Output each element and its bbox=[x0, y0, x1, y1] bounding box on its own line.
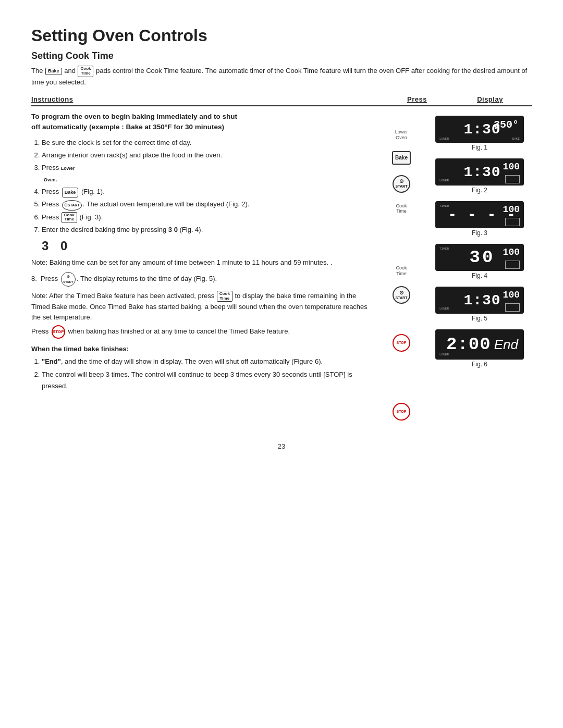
display-screen-4: 30 100 TIMER bbox=[435, 244, 524, 271]
start-btn-step8: ⊙START bbox=[61, 272, 76, 287]
bold-heading: To program the oven to begin baking imme… bbox=[31, 112, 370, 133]
temp-1: 350° bbox=[494, 119, 519, 131]
note-2: Note: After the Timed Bake feature has b… bbox=[31, 291, 370, 323]
time-6: 2:00 bbox=[446, 335, 491, 354]
press-stop-btn[interactable]: STOP bbox=[393, 334, 410, 352]
label-lower: LOWER bbox=[439, 137, 449, 141]
list-item: Arrange interior oven rack(s) and place … bbox=[42, 150, 370, 161]
time-4: 30 bbox=[470, 248, 495, 267]
table-header: Instructions Press Display bbox=[31, 95, 532, 106]
stop-button[interactable]: STOP bbox=[393, 334, 410, 352]
press-lower-oven: LowerOven bbox=[395, 129, 408, 141]
end-label: End bbox=[494, 337, 518, 353]
step-8: 8. Press ⊙START. The display returns to … bbox=[31, 272, 370, 287]
cook-time-inline: Cook Time bbox=[62, 212, 77, 224]
start-btn-inline: ⊙START bbox=[62, 200, 82, 211]
timer-label-4: TIMER bbox=[439, 247, 449, 251]
instructions-col: To program the oven to begin baking imme… bbox=[31, 112, 375, 393]
fig-label-2: Fig. 2 bbox=[472, 187, 487, 194]
display-fig3: - - - - 100 TIMER Fig. 3 bbox=[435, 201, 524, 241]
cancel-text: Press STOP when baking has finished or a… bbox=[31, 325, 370, 339]
time-2: 1:30 bbox=[463, 164, 500, 180]
bold-30-display: 3 0 bbox=[42, 239, 370, 253]
when-finishes-list: "End", and the time of day will show in … bbox=[31, 356, 370, 391]
intro-and: and bbox=[64, 67, 77, 75]
cook-time-press-label-2: CookTime bbox=[396, 265, 407, 277]
bake-button[interactable]: Bake bbox=[392, 151, 411, 165]
display-fig4: 30 100 TIMER Fig. 4 bbox=[435, 244, 524, 283]
fig-label-6: Fig. 6 bbox=[472, 361, 487, 368]
display-col: 1:30 350° LOWER BAKE Fig. 1 1:30 bbox=[427, 112, 532, 375]
label-lower-5: LOWER bbox=[439, 307, 449, 311]
intro-paragraph: The Bake and Cook Time pads control the … bbox=[31, 66, 532, 87]
start-button-2[interactable]: ⊙ START bbox=[393, 286, 410, 304]
start-button[interactable]: ⊙ START bbox=[393, 175, 410, 193]
instructions-header: Instructions bbox=[31, 95, 386, 103]
list-item: Be sure the clock is set for the correct… bbox=[42, 137, 370, 149]
when-finishes-section: When the timed bake finishes: "End", and… bbox=[31, 345, 370, 391]
list-item: Press Bake (Fig. 1). bbox=[42, 186, 370, 198]
fig-label-4: Fig. 4 bbox=[472, 272, 487, 279]
intro-the: The bbox=[31, 67, 43, 75]
display-fig6: 2:00 End LOWER Fig. 6 bbox=[435, 329, 524, 372]
display-screen-6: 2:00 End LOWER bbox=[435, 329, 524, 360]
press-start-btn-2[interactable]: ⊙ START bbox=[393, 286, 410, 304]
label-bake: BAKE bbox=[512, 137, 520, 141]
section-title: Setting Cook Time bbox=[31, 51, 532, 61]
page-number: 23 bbox=[31, 442, 532, 450]
list-item: Press Cook Time (Fig. 3). bbox=[42, 212, 370, 223]
note-1: Note: Baking time can be set for any amo… bbox=[31, 257, 370, 268]
temp-3: 100 bbox=[503, 204, 520, 215]
display-fig1: 1:30 350° LOWER BAKE Fig. 1 bbox=[435, 116, 524, 155]
fig-label-1: Fig. 1 bbox=[472, 144, 487, 151]
content-area: Instructions Press Display To program th… bbox=[31, 95, 532, 422]
bake-btn-inline: Bake bbox=[62, 188, 79, 198]
press-cook-time-2: CookTime bbox=[396, 265, 407, 277]
main-layout: Instructions Press Display To program th… bbox=[31, 95, 532, 422]
time-5: 1:30 bbox=[463, 292, 500, 309]
temp-4: 100 bbox=[503, 247, 520, 257]
cook-time-note: Cook Time bbox=[217, 291, 232, 302]
lower-oven-label: LowerOven bbox=[395, 129, 408, 141]
page-title: Setting Oven Controls bbox=[31, 26, 532, 45]
press-col: LowerOven Bake ⊙ START CookTime bbox=[375, 112, 427, 422]
cook-time-press-label: CookTime bbox=[396, 203, 407, 215]
display-screen-1: 1:30 350° LOWER BAKE bbox=[435, 116, 524, 143]
list-item: The control will beep 3 times. The contr… bbox=[42, 369, 370, 392]
fig-label-5: Fig. 5 bbox=[472, 315, 487, 322]
timer-label-3: TIMER bbox=[439, 204, 449, 208]
list-item: Press LowerOven. bbox=[42, 162, 370, 185]
fig-label-3: Fig. 3 bbox=[472, 229, 487, 237]
display-header: Display bbox=[448, 95, 532, 103]
stop-button-2[interactable]: STOP bbox=[393, 403, 410, 421]
list-item: "End", and the time of day will show in … bbox=[42, 356, 370, 367]
stop-btn-inline: STOP bbox=[52, 325, 65, 339]
temp-2: 100 bbox=[503, 162, 520, 172]
display-screen-3: - - - - 100 TIMER bbox=[435, 201, 524, 228]
press-cook-time-1: CookTime bbox=[396, 203, 407, 215]
content-grid: To program the oven to begin baking imme… bbox=[31, 112, 532, 422]
list-item: Enter the desired baking time by pressin… bbox=[42, 224, 370, 236]
display-fig5: 1:30 100 LOWER Fig. 5 bbox=[435, 287, 524, 326]
label-lower-2: LOWER bbox=[439, 179, 449, 182]
when-finishes-heading: When the timed bake finishes: bbox=[31, 345, 370, 353]
display-screen-2: 1:30 100 LOWER bbox=[435, 158, 524, 186]
display-fig2: 1:30 100 LOWER Fig. 2 bbox=[435, 158, 524, 198]
cook-time-badge: Cook Time bbox=[78, 66, 93, 77]
steps-list: Be sure the clock is set for the correct… bbox=[31, 137, 370, 236]
press-stop-btn-2[interactable]: STOP bbox=[393, 403, 410, 421]
press-bake-btn[interactable]: Bake bbox=[392, 151, 411, 165]
label-lower-6: LOWER bbox=[439, 353, 449, 356]
bake-badge: Bake bbox=[45, 68, 62, 75]
press-header: Press bbox=[386, 95, 448, 103]
press-start-btn[interactable]: ⊙ START bbox=[393, 175, 410, 193]
temp-5: 100 bbox=[503, 290, 520, 300]
list-item: Press ⊙START. The actual oven temperatur… bbox=[42, 199, 370, 211]
display-screen-5: 1:30 100 LOWER bbox=[435, 287, 524, 314]
intro-after: pads control the Cook Time feature. The … bbox=[31, 67, 527, 85]
temp-box-2 bbox=[505, 175, 520, 183]
